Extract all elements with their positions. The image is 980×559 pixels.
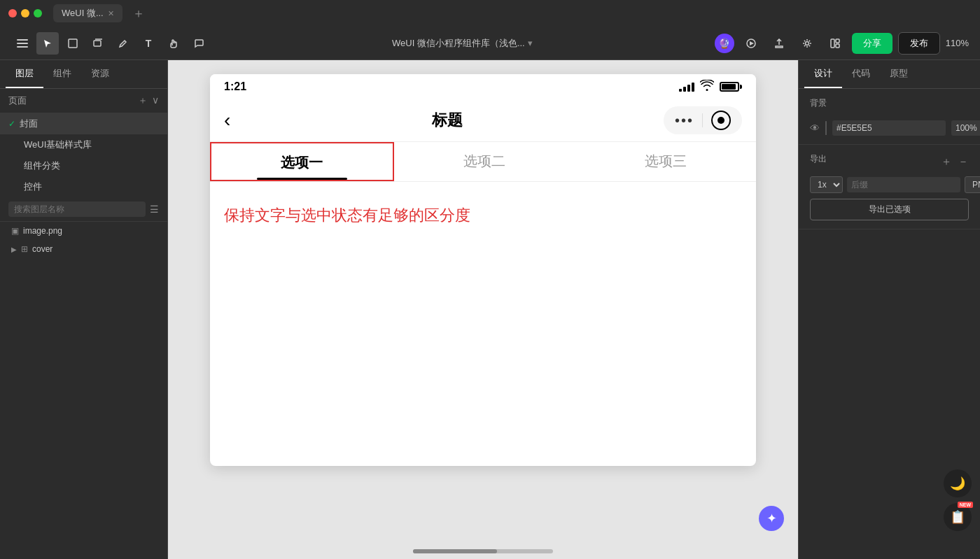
group-layer-label: cover xyxy=(32,244,52,254)
file-title[interactable]: WeUI 微信小程序组件库（浅色... ▾ xyxy=(392,37,533,50)
svg-point-8 xyxy=(805,41,808,45)
background-opacity-input[interactable]: 100% xyxy=(951,120,980,136)
background-color-swatch[interactable] xyxy=(825,121,827,135)
tab-1-label: 选项一 xyxy=(281,153,323,172)
svg-marker-7 xyxy=(750,41,754,45)
toolbar: T WeUI 微信小程序组件库（浅色... ▾ 🔮 分享 发布 xyxy=(0,27,980,60)
canvas-scrollbar[interactable] xyxy=(413,549,553,553)
close-dot[interactable] xyxy=(8,9,17,17)
layer-item-controls[interactable]: 控件 xyxy=(0,176,167,197)
toolbar-right: 🔮 分享 发布 110% xyxy=(715,32,969,55)
page-actions: ＋ ∨ xyxy=(138,94,159,107)
toolbar-center: WeUI 微信小程序组件库（浅色... ▾ xyxy=(210,37,715,50)
sort-icon[interactable]: ☰ xyxy=(150,204,159,215)
status-icons xyxy=(679,80,742,94)
svg-rect-4 xyxy=(94,41,101,46)
format-select[interactable]: PNG JPG SVG PDF xyxy=(965,176,980,193)
add-page-icon[interactable]: ＋ xyxy=(138,94,148,107)
signal-bar-3 xyxy=(687,85,690,92)
new-badge: NEW xyxy=(958,502,973,508)
group-frame-icon: ⊞ xyxy=(21,244,28,254)
upload-button[interactable] xyxy=(768,32,790,55)
svg-rect-1 xyxy=(17,43,28,44)
add-export-icon[interactable]: ＋ xyxy=(941,155,952,169)
left-panel-tabs: 图层 组件 资源 xyxy=(0,60,167,89)
tab-item-3[interactable]: 选项三 xyxy=(575,142,756,181)
tab-layers[interactable]: 图层 xyxy=(6,60,43,88)
settings-button[interactable] xyxy=(796,32,818,55)
scale-select[interactable]: 1x 2x 3x xyxy=(810,176,843,193)
export-header-actions: ＋ － xyxy=(941,155,969,169)
tab-2-label: 选项二 xyxy=(463,152,505,171)
layout-button[interactable] xyxy=(824,32,846,55)
status-bar: 1:21 xyxy=(210,74,756,99)
layer-components-label: 组件分类 xyxy=(24,160,60,172)
tab-weui[interactable]: WeUI 微... ✕ xyxy=(53,4,122,22)
window-controls xyxy=(8,9,42,17)
right-tab-prototype[interactable]: 原型 xyxy=(880,60,918,88)
cursor-tool-button[interactable] xyxy=(36,32,59,55)
minimize-dot[interactable] xyxy=(21,9,29,17)
tab-components[interactable]: 组件 xyxy=(43,60,81,88)
expand-icon[interactable]: ▶ xyxy=(11,246,17,253)
notes-button[interactable]: 📋 NEW xyxy=(944,503,972,531)
more-options-icon[interactable]: ••• xyxy=(675,113,694,129)
right-tab-code[interactable]: 代码 xyxy=(842,60,880,88)
plugin-icon: ✦ xyxy=(766,511,777,526)
notes-icon: 📋 xyxy=(950,509,965,525)
publish-button[interactable]: 发布 xyxy=(898,32,940,55)
tab-item-1[interactable]: 选项一 xyxy=(210,142,394,181)
svg-rect-3 xyxy=(69,39,77,48)
left-panel: 图层 组件 资源 页面 ＋ ∨ ✓ 封面 WeUI基础样式库 组件分类 控件 xyxy=(0,60,168,559)
bottom-float-buttons: 🌙 📋 NEW xyxy=(944,469,972,531)
layer-item-cover-page[interactable]: ✓ 封面 xyxy=(0,113,167,134)
canvas-area[interactable]: 1:21 xyxy=(168,60,798,559)
new-tab-button[interactable]: ＋ xyxy=(132,5,145,22)
tab-assets[interactable]: 资源 xyxy=(81,60,119,88)
text-tool-button[interactable]: T xyxy=(137,32,160,55)
frame-tool-button[interactable] xyxy=(62,32,84,55)
content-area: 保持文字与选中状态有足够的区分度 xyxy=(210,182,756,294)
status-time: 1:21 xyxy=(224,80,246,93)
visibility-icon[interactable]: 👁 xyxy=(810,122,820,134)
background-row: 👁 #E5E5E5 100% xyxy=(810,120,969,136)
shape-tool-button[interactable] xyxy=(87,32,109,55)
nav-actions: ••• xyxy=(664,106,742,134)
background-title: 背景 xyxy=(810,97,827,109)
canvas-scrollbar-thumb xyxy=(413,549,497,553)
plugin-button[interactable]: ✦ xyxy=(759,506,784,531)
page-menu-icon[interactable]: ∨ xyxy=(152,94,159,107)
export-button[interactable]: 导出已选项 xyxy=(810,199,969,220)
layer-search-bar: ☰ xyxy=(0,197,167,222)
layer-item-components[interactable]: 组件分类 xyxy=(0,155,167,176)
hamburger-menu-button[interactable] xyxy=(11,32,34,55)
main-layout: 图层 组件 资源 页面 ＋ ∨ ✓ 封面 WeUI基础样式库 组件分类 控件 xyxy=(0,60,980,559)
layer-group-item[interactable]: ▶ ⊞ cover xyxy=(0,240,167,258)
titlebar: WeUI 微... ✕ ＋ xyxy=(0,0,980,27)
title-dropdown-icon[interactable]: ▾ xyxy=(528,38,533,48)
nav-back-button[interactable]: ‹ xyxy=(224,109,230,132)
remove-export-icon[interactable]: － xyxy=(958,155,969,169)
share-button[interactable]: 分享 xyxy=(852,33,892,54)
suffix-input[interactable] xyxy=(847,177,960,192)
avatar-icon: 🔮 xyxy=(718,38,730,49)
right-tab-design[interactable]: 设计 xyxy=(804,60,842,88)
avatar-button[interactable]: 🔮 xyxy=(715,34,734,53)
layer-search-input[interactable] xyxy=(8,201,146,217)
maximize-dot[interactable] xyxy=(34,9,42,17)
svg-rect-0 xyxy=(17,39,28,41)
pen-tool-button[interactable] xyxy=(112,32,134,55)
background-header: 背景 xyxy=(810,97,969,115)
present-button[interactable] xyxy=(740,32,762,55)
record-button[interactable] xyxy=(711,111,731,130)
hand-tool-button[interactable] xyxy=(162,32,185,55)
layer-item-weui[interactable]: WeUI基础样式库 xyxy=(0,134,167,155)
background-color-input[interactable]: #E5E5E5 xyxy=(832,120,946,136)
layer-file-item[interactable]: ▣ image.png xyxy=(0,222,167,240)
dark-mode-button[interactable]: 🌙 xyxy=(944,469,972,497)
record-dot xyxy=(718,117,724,124)
tab-item-2[interactable]: 选项二 xyxy=(394,142,575,181)
comment-tool-button[interactable] xyxy=(188,32,210,55)
moon-icon: 🌙 xyxy=(950,476,965,491)
tab-close-icon[interactable]: ✕ xyxy=(108,9,114,18)
